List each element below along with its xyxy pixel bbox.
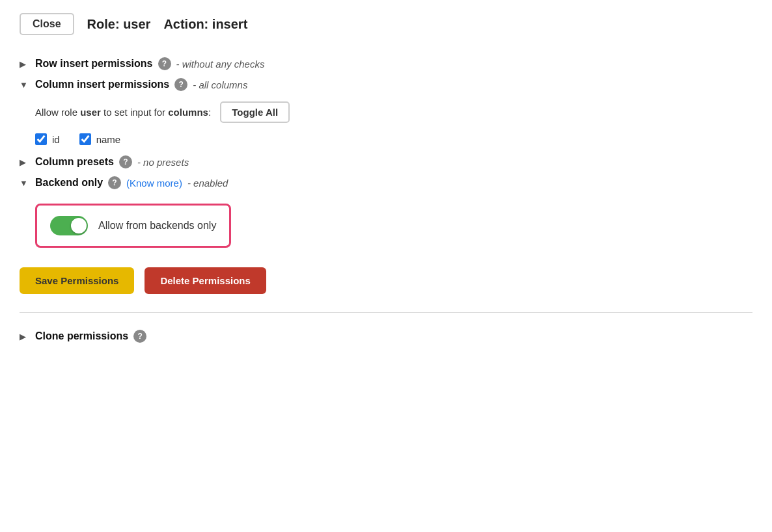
column-insert-content: Allow role user to set input for columns… <box>35 101 752 145</box>
backend-only-section: ▼ Backend only ? (Know more) - enabled <box>20 172 752 193</box>
allow-text: Allow role user to set input for columns… <box>35 101 752 123</box>
column-presets-chevron[interactable]: ▶ <box>20 157 30 167</box>
backend-toggle-label: Allow from backends only <box>98 220 216 232</box>
column-insert-section: ▼ Column insert permissions ? - all colu… <box>20 74 752 95</box>
header: Close Role: user Action: insert <box>20 13 752 35</box>
row-insert-section: ▶ Row insert permissions ? - without any… <box>20 53 752 74</box>
column-insert-desc: - all columns <box>193 79 247 90</box>
columns-checkboxes: id name <box>35 133 752 145</box>
allow-columns-label: columns <box>168 107 208 118</box>
action-label: Action: insert <box>163 17 247 32</box>
role-label: Role: user <box>87 17 151 32</box>
checkbox-name-label: name <box>96 134 121 145</box>
backend-only-help-icon[interactable]: ? <box>108 176 121 189</box>
delete-permissions-button[interactable]: Delete Permissions <box>145 267 266 294</box>
allow-prefix: Allow role <box>35 107 80 118</box>
clone-permissions-chevron[interactable]: ▶ <box>20 332 30 341</box>
row-insert-help-icon[interactable]: ? <box>158 57 171 70</box>
column-insert-title: Column insert permissions <box>35 79 169 90</box>
column-presets-help-icon[interactable]: ? <box>119 155 132 168</box>
allow-suffix: : <box>208 107 211 118</box>
row-insert-desc: - without any checks <box>176 59 265 70</box>
column-insert-help-icon[interactable]: ? <box>174 78 187 91</box>
checkbox-id-input[interactable] <box>35 133 47 145</box>
backend-toggle-box: Allow from backends only <box>35 204 231 248</box>
toggle-thumb <box>71 218 87 233</box>
clone-permissions-section: ▶ Clone permissions ? <box>20 326 752 347</box>
backend-toggle[interactable] <box>50 216 88 235</box>
toggle-all-button[interactable]: Toggle All <box>220 101 290 123</box>
action-buttons: Save Permissions Delete Permissions <box>20 267 752 294</box>
row-insert-chevron[interactable]: ▶ <box>20 59 30 69</box>
save-permissions-button[interactable]: Save Permissions <box>20 267 134 294</box>
checkbox-id-label: id <box>52 134 60 145</box>
checkbox-name[interactable]: name <box>79 133 121 145</box>
toggle-track <box>50 216 88 235</box>
divider <box>20 312 752 313</box>
allow-middle: to set input for <box>101 107 168 118</box>
row-insert-title: Row insert permissions <box>35 58 153 70</box>
backend-only-content: Allow from backends only <box>35 200 752 261</box>
backend-only-desc: - enabled <box>187 178 228 189</box>
column-insert-chevron[interactable]: ▼ <box>20 80 30 90</box>
clone-permissions-help-icon[interactable]: ? <box>133 330 146 343</box>
backend-only-title: Backend only <box>35 177 103 189</box>
backend-only-chevron[interactable]: ▼ <box>20 178 30 188</box>
column-presets-desc: - no presets <box>137 157 189 168</box>
clone-permissions-title: Clone permissions <box>35 330 128 342</box>
know-more-link[interactable]: (Know more) <box>126 178 182 189</box>
close-button[interactable]: Close <box>20 13 74 35</box>
checkbox-name-input[interactable] <box>79 133 91 145</box>
column-presets-title: Column presets <box>35 156 114 168</box>
allow-role: user <box>80 107 101 118</box>
checkbox-id[interactable]: id <box>35 133 60 145</box>
column-presets-section: ▶ Column presets ? - no presets <box>20 152 752 172</box>
